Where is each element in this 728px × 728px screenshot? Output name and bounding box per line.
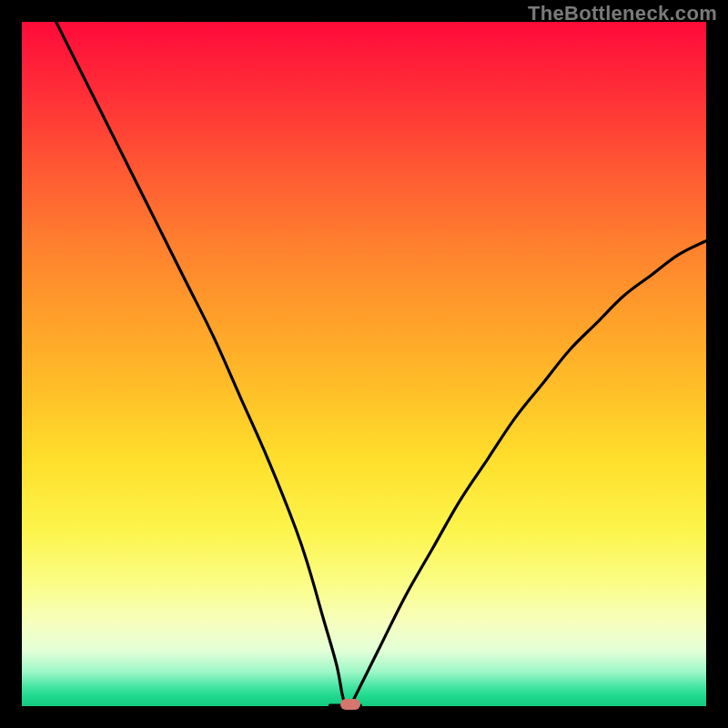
minimum-marker xyxy=(340,699,360,710)
line-series xyxy=(22,22,706,706)
chart-frame: TheBottleneck.com xyxy=(0,0,728,728)
plot-area xyxy=(22,22,706,706)
